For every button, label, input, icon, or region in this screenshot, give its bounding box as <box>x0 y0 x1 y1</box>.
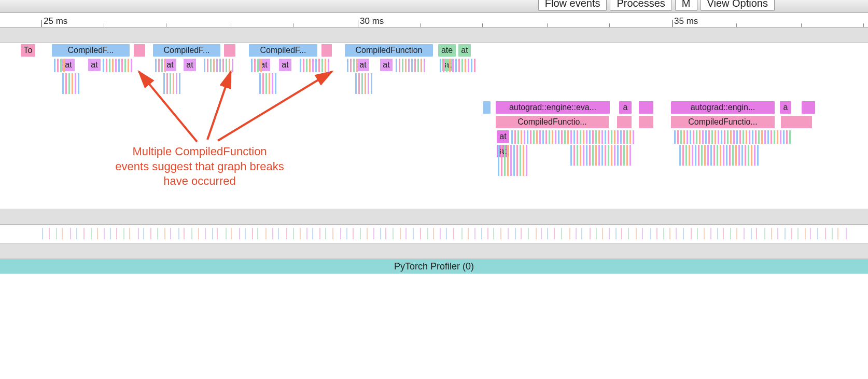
trace-event[interactable]: at <box>357 59 369 71</box>
trace-event[interactable]: at <box>380 59 393 71</box>
svg-line-0 <box>139 72 197 142</box>
trace-event[interactable]: at <box>458 44 471 57</box>
trace-event[interactable] <box>483 101 491 114</box>
trace-event[interactable]: a <box>619 101 632 114</box>
trace-event[interactable] <box>781 116 812 128</box>
trace-event[interactable]: CompiledF... <box>52 44 130 57</box>
ruler-label: 35 ms <box>674 16 698 26</box>
trace-event[interactable] <box>639 101 653 114</box>
track-divider-2 <box>0 243 868 259</box>
trace-event[interactable]: at <box>184 59 196 71</box>
trace-event[interactable]: CompiledF... <box>153 44 220 57</box>
trace-event[interactable]: autograd::engine::eva... <box>496 101 610 114</box>
trace-event[interactable] <box>802 101 815 114</box>
profiler-row[interactable]: PyTorch Profiler (0) <box>0 259 868 274</box>
trace-event[interactable]: at <box>88 59 101 71</box>
ruler-label: 30 ms <box>360 16 384 26</box>
svg-line-1 <box>207 72 231 140</box>
ruler-label: 25 ms <box>44 16 67 26</box>
trace-event[interactable]: CompiledF... <box>249 44 317 57</box>
track-header <box>0 28 868 43</box>
main-track[interactable]: Multiple CompiledFunction events suggest… <box>0 43 868 209</box>
annotation-text: Multiple CompiledFunction events suggest… <box>104 144 296 189</box>
processes-button[interactable]: Processes <box>610 0 671 11</box>
view-options-button[interactable]: View Options <box>701 0 775 11</box>
secondary-track[interactable] <box>0 225 868 243</box>
m-button[interactable]: M <box>675 0 697 11</box>
trace-event[interactable] <box>617 116 632 128</box>
trace-event[interactable]: CompiledFunction <box>345 44 433 57</box>
trace-event[interactable]: autograd::engin... <box>671 101 775 114</box>
trace-event[interactable] <box>321 44 332 57</box>
trace-event[interactable]: To <box>21 44 35 57</box>
trace-event[interactable] <box>134 44 145 57</box>
trace-event[interactable] <box>224 44 235 57</box>
trace-event[interactable]: a <box>780 101 791 114</box>
trace-event[interactable]: ate <box>438 44 456 57</box>
trace-event[interactable]: CompiledFunctio... <box>496 116 609 128</box>
trace-event[interactable] <box>639 116 653 128</box>
flow-events-button[interactable]: Flow events <box>538 0 607 11</box>
trace-event[interactable]: CompiledFunctio... <box>671 116 775 128</box>
track-divider <box>0 209 868 225</box>
trace-event[interactable]: at <box>279 59 291 71</box>
trace-event[interactable]: at <box>497 130 509 143</box>
toolbar: Flow events Processes M View Options <box>0 0 868 13</box>
trace-event[interactable]: at <box>258 59 270 71</box>
time-ruler[interactable]: 25 ms30 ms35 ms <box>0 13 868 28</box>
